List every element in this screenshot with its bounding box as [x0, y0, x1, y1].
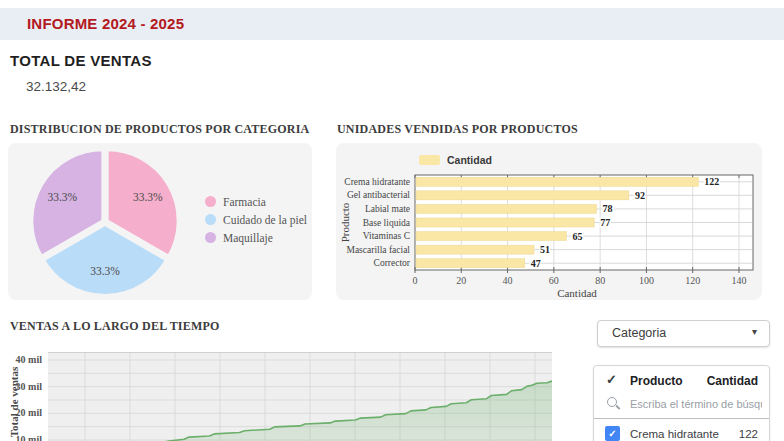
row-quantity: 122 [739, 428, 758, 440]
row-product-name: Crema hidratante [630, 428, 719, 440]
line-section-title: VENTAS A LO LARGO DEL TIEMPO [10, 319, 220, 334]
svg-text:51: 51 [540, 244, 550, 255]
svg-text:Mascarilla facial: Mascarilla facial [346, 245, 410, 255]
bar-chart-panel: 020406080100120140122Crema hidratante92G… [336, 143, 762, 300]
pie-section-title: DISTRIBUCION DE PRODUCTOS POR CATEGORIA [10, 122, 309, 137]
svg-text:Labial mate: Labial mate [365, 204, 410, 214]
svg-text:77: 77 [600, 217, 610, 228]
svg-text:Gel antibacterial: Gel antibacterial [347, 190, 410, 200]
svg-text:20: 20 [456, 275, 466, 286]
column-header-product[interactable]: Producto [630, 374, 683, 388]
report-header-bar: INFORME 2024 - 2025 [0, 8, 784, 40]
chevron-down-icon: ▾ [752, 326, 757, 337]
svg-text:Crema hidratante: Crema hidratante [344, 177, 410, 187]
svg-text:33.3%: 33.3% [47, 191, 77, 203]
line-ytick-40mil: 40 mil [2, 354, 42, 365]
pie-chart-panel: 33.3%33.3%33.3% Farmacia Cuidado de la p… [8, 143, 312, 300]
svg-text:92: 92 [635, 190, 645, 201]
pie-legend-item-cuidado-de-la-piel[interactable]: Cuidado de la piel [205, 211, 307, 228]
bar-section-title: UNIDADES VENDIDAS POR PRODUCTOS [337, 122, 578, 137]
svg-text:33.3%: 33.3% [133, 191, 163, 203]
svg-text:140: 140 [732, 275, 747, 286]
svg-text:120: 120 [685, 275, 700, 286]
svg-text:Producto: Producto [339, 202, 351, 242]
svg-text:40: 40 [503, 275, 513, 286]
bar-chart[interactable]: 020406080100120140122Crema hidratante92G… [336, 143, 762, 300]
search-icon [607, 397, 617, 407]
category-filter-dropdown[interactable]: Categoria ▾ [597, 320, 770, 347]
line-ytick-30mil: 30 mil [2, 381, 42, 392]
pie-legend-label: Farmacia [223, 196, 266, 208]
svg-text:100: 100 [639, 275, 654, 286]
total-sales-label: TOTAL DE VENTAS [10, 52, 152, 69]
svg-text:122: 122 [704, 176, 719, 187]
pie-chart[interactable]: 33.3%33.3%33.3% [8, 143, 208, 300]
svg-text:Vitaminas C: Vitaminas C [363, 231, 410, 241]
svg-text:Corrector: Corrector [374, 258, 411, 268]
select-all-check-icon[interactable]: ✓ [606, 372, 617, 387]
svg-text:33.3%: 33.3% [90, 265, 120, 277]
product-table-card: ✓ Producto Cantidad ✓ Crema hidratante 1… [593, 365, 770, 441]
report-title: INFORME 2024 - 2025 [27, 15, 184, 32]
total-sales-value: 32.132,42 [26, 79, 86, 94]
pie-legend: Farmacia Cuidado de la piel Maquillaje [205, 193, 307, 247]
legend-swatch-icon [205, 214, 216, 225]
svg-text:Cantidad: Cantidad [557, 287, 597, 299]
report-page: INFORME 2024 - 2025 TOTAL DE VENTAS 32.1… [0, 0, 784, 441]
svg-text:Base liquida: Base liquida [363, 218, 411, 228]
line-ytick-10mil: 10 mil [2, 434, 42, 441]
svg-text:80: 80 [595, 275, 605, 286]
legend-swatch-icon [205, 232, 216, 243]
svg-text:78: 78 [603, 203, 613, 214]
line-chart[interactable] [48, 352, 552, 441]
pie-legend-item-farmacia[interactable]: Farmacia [205, 193, 307, 210]
pie-legend-label: Maquillaje [223, 232, 273, 244]
svg-text:65: 65 [572, 231, 582, 242]
column-header-quantity[interactable]: Cantidad [707, 374, 758, 388]
legend-swatch-icon [205, 196, 216, 207]
bar-legend-label: Cantidad [447, 154, 492, 166]
pie-legend-label: Cuidado de la piel [223, 214, 307, 226]
category-filter-label: Categoria [612, 326, 666, 340]
search-input[interactable] [628, 394, 764, 413]
pie-legend-item-maquillaje[interactable]: Maquillaje [205, 229, 307, 246]
svg-text:47: 47 [531, 258, 541, 269]
bar-legend-item-cantidad[interactable]: Cantidad [419, 154, 492, 166]
svg-text:0: 0 [413, 275, 418, 286]
table-row[interactable]: ✓ Crema hidratante 122 [594, 419, 769, 441]
line-ytick-20mil: 20 mil [2, 407, 42, 418]
legend-swatch-icon [419, 155, 440, 165]
svg-text:60: 60 [549, 275, 559, 286]
line-y-axis-title: Total de ventas [8, 352, 20, 441]
row-checkbox[interactable]: ✓ [605, 426, 620, 441]
